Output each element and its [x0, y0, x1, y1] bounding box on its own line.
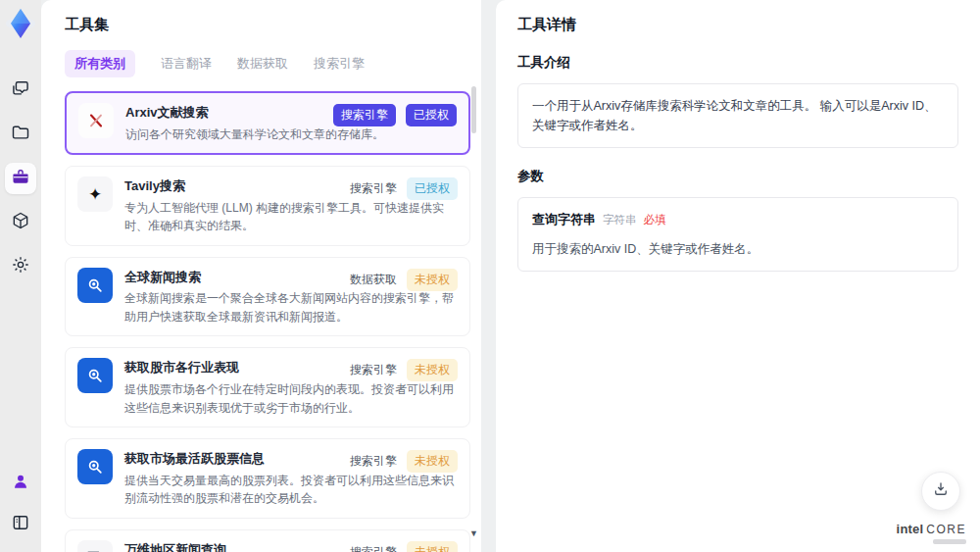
tab-translation[interactable]: 语言翻译 [161, 55, 212, 73]
sidebar-item-collapse[interactable] [5, 509, 36, 540]
app-logo[interactable] [3, 6, 38, 41]
intro-box: 一个用于从Arxiv存储库搜索科学论文和文章的工具。 输入可以是Arxiv ID… [517, 83, 958, 148]
tool-card-tavily[interactable]: ✦ Tavily搜索 专为人工智能代理 (LLM) 构建的搜索引擎工具。可快速提… [65, 166, 470, 246]
status-badge: 已授权 [407, 177, 458, 200]
sidebar-item-tools[interactable] [5, 163, 36, 194]
category-label: 搜索引擎 [350, 180, 397, 197]
download-icon [932, 480, 950, 502]
tool-list: Arxiv文献搜索 访问各个研究领域大量科学论文和文章的存储库。 搜索引擎 已授… [65, 91, 470, 552]
status-badge: 未授权 [407, 541, 458, 552]
tab-all-categories[interactable]: 所有类别 [65, 50, 135, 77]
tool-desc: 专为人工智能代理 (LLM) 构建的搜索引擎工具。可快速提供实时、准确和真实的结… [124, 199, 458, 235]
intel-sub-badge [933, 539, 966, 544]
tool-card-arxiv[interactable]: Arxiv文献搜索 访问各个研究领域大量科学论文和文章的存储库。 搜索引擎 已授… [65, 91, 470, 155]
sidebar-rail [0, 0, 41, 552]
sidebar-item-settings[interactable] [5, 251, 36, 282]
category-label: 数据获取 [350, 272, 397, 288]
category-label: 搜索引擎 [350, 453, 397, 470]
category-label: 搜索引擎 [350, 544, 397, 552]
param-required-badge: 必填 [644, 211, 666, 228]
user-icon [11, 472, 30, 495]
category-badge: 搜索引擎 [333, 104, 396, 126]
newspaper-icon [77, 540, 113, 552]
list-scrollbar-thumb[interactable] [471, 86, 476, 133]
sidebar-item-packages[interactable] [5, 207, 36, 238]
tool-desc: 提供股票市场各个行业在特定时间段内的表现。投资者可以利用这些信息来识别表现优于或… [124, 380, 458, 417]
param-desc: 用于搜索的Arxiv ID、关键字或作者姓名。 [532, 239, 944, 259]
status-badge: 未授权 [407, 359, 458, 381]
tool-desc: 访问各个研究领域大量科学论文和文章的存储库。 [125, 125, 457, 144]
core-wordmark: core [926, 523, 966, 536]
download-button[interactable] [921, 472, 960, 511]
rail-nav [5, 75, 36, 282]
star-icon: ✦ [77, 176, 113, 212]
panel-toggle-icon [11, 513, 30, 536]
tool-desc: 全球新闻搜索是一个聚合全球各大新闻网站内容的搜索引擎，帮助用户快速获取全球最新资… [124, 289, 458, 326]
folder-icon [11, 123, 30, 146]
tab-data-fetch[interactable]: 数据获取 [237, 55, 288, 73]
param-name: 查询字符串 [532, 210, 596, 230]
gear-icon [11, 255, 30, 278]
status-badge: 已授权 [406, 104, 457, 126]
param-type: 字符串 [603, 211, 637, 228]
status-badge: 未授权 [407, 269, 458, 291]
intro-heading: 工具介绍 [517, 54, 958, 72]
sidebar-item-files[interactable] [5, 119, 36, 150]
search-icon [77, 268, 113, 303]
param-card: 查询字符串 字符串 必填 用于搜索的Arxiv ID、关键字或作者姓名。 [517, 197, 958, 272]
tool-card-global-news[interactable]: 全球新闻搜索 全球新闻搜索是一个聚合全球各大新闻网站内容的搜索引擎，帮助用户快速… [65, 257, 470, 337]
tool-card-active-stocks[interactable]: 获取市场最活跃股票信息 提供当天交易量最高的股票列表。投资者可以利用这些信息来识… [65, 438, 470, 519]
tool-list-panel: 工具集 所有类别 语言翻译 数据获取 搜索引擎 Arxiv文献搜索 访问各个研究… [41, 0, 481, 552]
page-title: 工具集 [65, 16, 466, 34]
arxiv-logo-icon [78, 103, 114, 138]
tool-detail-panel: 工具详情 工具介绍 一个用于从Arxiv存储库搜索科学论文和文章的工具。 输入可… [496, 0, 980, 552]
intel-core-logo: intel core [897, 522, 966, 544]
tab-search-engine[interactable]: 搜索引擎 [314, 55, 365, 73]
chat-icon [11, 78, 30, 102]
params-heading: 参数 [517, 168, 958, 185]
search-icon [77, 358, 113, 393]
tool-desc: 提供当天交易量最高的股票列表。投资者可以利用这些信息来识别流动性强的股票和潜在的… [124, 472, 458, 508]
category-label: 搜索引擎 [350, 362, 397, 378]
category-tabs: 所有类别 语言翻译 数据获取 搜索引擎 [65, 50, 466, 77]
search-icon [77, 449, 113, 484]
intro-text: 一个用于从Arxiv存储库搜索科学论文和文章的工具。 输入可以是Arxiv ID… [532, 99, 937, 132]
rail-bottom [5, 468, 36, 540]
detail-title: 工具详情 [517, 16, 958, 34]
sidebar-item-account[interactable] [5, 468, 36, 499]
scroll-down-arrow[interactable]: ▼ [469, 528, 478, 538]
sidebar-item-chat[interactable] [5, 75, 36, 106]
briefcase-icon [11, 167, 30, 190]
cube-icon [11, 211, 30, 234]
tool-card-regional-news[interactable]: 万维地区新闻查询 查询具体行政区划内的新闻，快速了解各地新闻动 搜索引擎 未授权 [65, 529, 470, 552]
intel-wordmark: intel [897, 522, 924, 536]
status-badge: 未授权 [407, 450, 458, 473]
tool-card-sector-performance[interactable]: 获取股市各行业表现 提供股票市场各个行业在特定时间段内的表现。投资者可以利用这些… [65, 347, 470, 427]
